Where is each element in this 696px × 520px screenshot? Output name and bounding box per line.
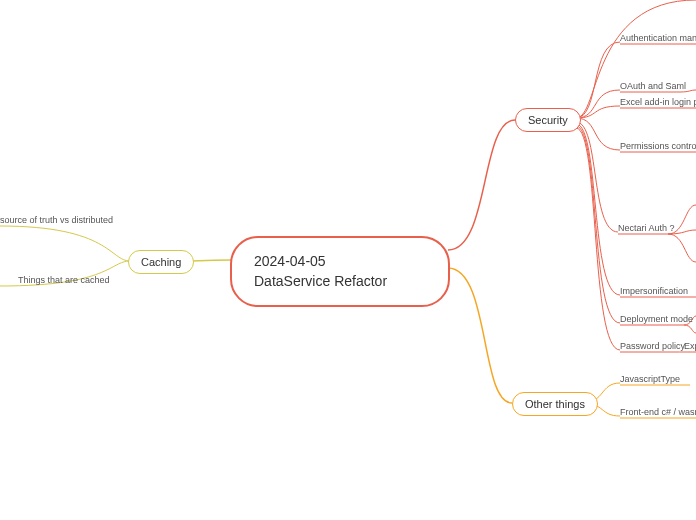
leaf-auth-mgmt[interactable]: Authentication management <box>620 33 696 43</box>
leaf-oauth-saml[interactable]: OAuth and Saml <box>620 81 686 91</box>
leaf-deployment[interactable]: Deployment mode <box>620 314 693 324</box>
leaf-things-cached[interactable]: Things that are cached <box>18 275 110 285</box>
leaf-source-truth[interactable]: source of truth vs distributed <box>0 215 113 225</box>
root-line2: DataService Refactor <box>254 272 426 292</box>
leaf-nectari[interactable]: Nectari Auth ? <box>618 223 675 233</box>
branch-other-things[interactable]: Other things <box>512 392 598 416</box>
leaf-excel-addin[interactable]: Excel add-in login page - use <box>620 97 696 107</box>
root-line1: 2024-04-05 <box>254 252 426 272</box>
leaf-permissions[interactable]: Permissions control / Author <box>620 141 696 151</box>
leaf-jstype[interactable]: JavascriptType <box>620 374 680 384</box>
leaf-frontend[interactable]: Front-end c# / wasm <box>620 407 696 417</box>
leaf-impersonification[interactable]: Impersonification <box>620 286 688 296</box>
root-node[interactable]: 2024-04-05 DataService Refactor <box>230 236 450 307</box>
leaf-password-policy[interactable]: Password policy <box>620 341 685 351</box>
branch-security[interactable]: Security <box>515 108 581 132</box>
leaf-password-expi[interactable]: Expi <box>684 341 696 351</box>
branch-caching[interactable]: Caching <box>128 250 194 274</box>
